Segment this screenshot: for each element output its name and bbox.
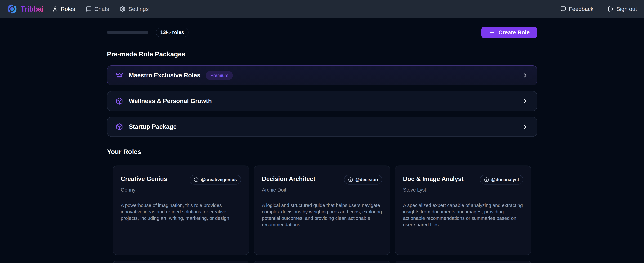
premium-badge: Premium xyxy=(206,71,233,80)
role-subtitle: Steve Lyst xyxy=(403,187,523,193)
create-role-label: Create Role xyxy=(498,29,530,36)
role-title: Creative Genius xyxy=(121,175,167,182)
chat-icon xyxy=(86,6,92,12)
nav-label-roles: Roles xyxy=(61,6,75,12)
chat-icon xyxy=(560,6,566,12)
card-header: Decision Architect @decision xyxy=(262,175,382,185)
role-title: Decision Architect xyxy=(262,175,315,182)
role-handle: @decision xyxy=(355,177,378,182)
brand-name: Tribbai xyxy=(20,5,44,13)
chevron-right-icon xyxy=(522,124,528,130)
your-roles-section-title: Your Roles xyxy=(107,148,537,156)
role-card-doc-image-analyst[interactable]: Doc & Image Analyst @docanalyst Steve Ly… xyxy=(395,166,531,255)
role-card-creative-genius[interactable]: Creative Genius @creativegenius Genny A … xyxy=(113,166,249,255)
user-icon xyxy=(52,6,58,12)
card-header: Doc & Image Analyst @docanalyst xyxy=(403,175,523,185)
create-role-button[interactable]: Create Role xyxy=(482,27,537,38)
nav-label-chats: Chats xyxy=(94,6,109,12)
package-icon xyxy=(116,123,123,131)
top-navbar: Tribbai Roles Chats Settings Feedback Si… xyxy=(0,0,644,18)
tribbai-logo-icon xyxy=(7,4,17,14)
roles-header-row: 13/∞ roles Create Role xyxy=(107,27,537,38)
role-handle-badge[interactable]: @creativegenius xyxy=(190,175,241,185)
gear-icon xyxy=(120,6,126,12)
role-card-placeholder[interactable] xyxy=(254,261,390,263)
sign-out-button[interactable]: Sign out xyxy=(608,6,637,12)
role-card-placeholder[interactable] xyxy=(113,261,249,263)
role-card-decision-architect[interactable]: Decision Architect @decision Archie Doit… xyxy=(254,166,390,255)
roles-progress-bar xyxy=(107,31,148,34)
package-row-maestro[interactable]: Maestro Exclusive Roles Premium xyxy=(107,65,537,85)
plus-icon xyxy=(489,29,495,36)
chevron-right-icon xyxy=(522,98,528,104)
role-description: A logical and structured guide that help… xyxy=(262,202,382,228)
role-card-placeholder[interactable] xyxy=(395,261,531,263)
package-list: Maestro Exclusive Roles Premium Wellness… xyxy=(107,65,537,137)
info-icon xyxy=(194,177,198,182)
package-row-wellness[interactable]: Wellness & Personal Growth xyxy=(107,91,537,111)
premade-section-title: Pre-made Role Packages xyxy=(107,50,537,58)
nav-links: Roles Chats Settings xyxy=(52,6,149,12)
package-name: Wellness & Personal Growth xyxy=(129,98,212,105)
info-icon xyxy=(484,177,489,182)
role-description: A specialized expert capable of analyzin… xyxy=(403,202,523,228)
nav-right: Feedback Sign out xyxy=(560,6,637,12)
nav-item-chats[interactable]: Chats xyxy=(86,6,109,12)
package-name: Startup Package xyxy=(129,123,177,130)
role-handle-badge[interactable]: @docanalyst xyxy=(480,175,523,185)
sign-out-icon xyxy=(608,6,614,12)
role-title: Doc & Image Analyst xyxy=(403,175,464,182)
role-handle: @creativegenius xyxy=(201,177,237,182)
chevron-right-icon xyxy=(522,72,528,79)
feedback-button[interactable]: Feedback xyxy=(560,6,594,12)
role-handle-badge[interactable]: @decision xyxy=(344,175,382,185)
feedback-label: Feedback xyxy=(569,6,594,12)
info-icon xyxy=(348,177,353,182)
card-header: Creative Genius @creativegenius xyxy=(121,175,241,185)
role-subtitle: Archie Doit xyxy=(262,187,382,193)
nav-item-roles[interactable]: Roles xyxy=(52,6,75,12)
sign-out-label: Sign out xyxy=(616,6,637,12)
crown-icon xyxy=(116,72,123,79)
role-description: A powerhouse of imagination, this role p… xyxy=(121,202,241,222)
role-handle: @docanalyst xyxy=(491,177,519,182)
package-row-startup[interactable]: Startup Package xyxy=(107,117,537,137)
roles-card-grid: Creative Genius @creativegenius Genny A … xyxy=(107,166,537,263)
roles-count-label: 13/∞ roles xyxy=(160,29,184,35)
main-content: 13/∞ roles Create Role Pre-made Role Pac… xyxy=(107,27,537,263)
package-icon xyxy=(116,97,123,105)
package-name: Maestro Exclusive Roles xyxy=(129,72,200,79)
role-subtitle: Genny xyxy=(121,187,241,193)
nav-label-settings: Settings xyxy=(128,6,149,12)
brand-logo[interactable]: Tribbai xyxy=(7,4,44,14)
nav-item-settings[interactable]: Settings xyxy=(120,6,149,12)
roles-count-badge: 13/∞ roles xyxy=(156,28,189,37)
